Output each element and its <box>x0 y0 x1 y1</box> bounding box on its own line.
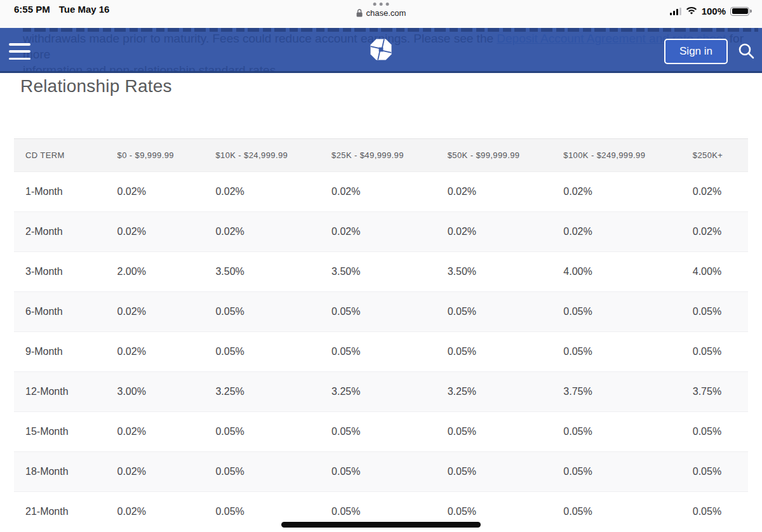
rate-cell: 0.02% <box>436 172 552 212</box>
table-row: 15-Month0.02%0.05%0.05%0.05%0.05%0.05% <box>14 412 748 452</box>
rate-cell: 0.02% <box>106 332 204 372</box>
clipped-text-strip <box>23 28 758 32</box>
table-row: 3-Month2.00%3.50%3.50%3.50%4.00%4.00% <box>14 252 748 292</box>
rate-cell: 0.05% <box>204 332 320 372</box>
rate-cell: 0.05% <box>320 452 436 492</box>
disclaimer-pre: withdrawals made prior to maturity. Fees… <box>23 32 497 45</box>
rate-cell: 3.50% <box>436 252 552 292</box>
rate-cell: 3.25% <box>436 372 552 412</box>
col-header-tier: $25K - $49,999.99 <box>320 139 436 172</box>
rate-cell: 0.05% <box>436 452 552 492</box>
rate-cell: 0.05% <box>436 332 552 372</box>
rate-cell: 0.05% <box>320 332 436 372</box>
rate-cell: 0.05% <box>681 492 748 532</box>
table-row: 6-Month0.02%0.05%0.05%0.05%0.05%0.05% <box>14 292 748 332</box>
rates-table-section: CD TERM$0 - $9,999.99$10K - $24,999.99$2… <box>14 138 748 532</box>
rate-cell: 0.05% <box>436 292 552 332</box>
rate-cell: 0.02% <box>106 412 204 452</box>
rate-cell: 0.05% <box>204 412 320 452</box>
address-bar[interactable]: chase.com <box>356 8 406 18</box>
rate-cell: 0.02% <box>106 292 204 332</box>
hamburger-menu-icon[interactable] <box>9 43 30 60</box>
rate-cell: 0.05% <box>552 452 681 492</box>
rate-cell: 0.02% <box>320 212 436 252</box>
table-header-row: CD TERM$0 - $9,999.99$10K - $24,999.99$2… <box>14 139 748 172</box>
rate-cell: 0.05% <box>436 412 552 452</box>
rate-cell: 0.05% <box>681 332 748 372</box>
cd-term-cell: 18-Month <box>14 452 106 492</box>
rate-cell: 0.05% <box>681 452 748 492</box>
cd-term-cell: 1-Month <box>14 172 106 212</box>
rate-cell: 0.02% <box>552 172 681 212</box>
disclaimer-line2: information and non-relationship standar… <box>23 63 279 73</box>
rate-cell: 3.50% <box>204 252 320 292</box>
col-header-tier: $10K - $24,999.99 <box>204 139 320 172</box>
rate-cell: 0.02% <box>681 172 748 212</box>
rate-cell: 3.75% <box>552 372 681 412</box>
home-indicator[interactable] <box>281 522 481 528</box>
lock-icon <box>356 9 363 17</box>
table-row: 9-Month0.02%0.05%0.05%0.05%0.05%0.05% <box>14 332 748 372</box>
sign-in-button[interactable]: Sign in <box>664 39 728 64</box>
rate-cell: 3.25% <box>320 372 436 412</box>
rate-cell: 2.00% <box>106 252 204 292</box>
status-date: Tue May 16 <box>59 4 110 15</box>
search-icon[interactable] <box>737 42 756 61</box>
rate-cell: 0.05% <box>552 412 681 452</box>
site-header: withdrawals made prior to maturity. Fees… <box>0 28 762 73</box>
rate-cell: 3.50% <box>320 252 436 292</box>
rate-cell: 3.75% <box>681 372 748 412</box>
rate-cell: 0.05% <box>552 332 681 372</box>
rate-cell: 0.02% <box>106 172 204 212</box>
rate-cell: 0.05% <box>681 412 748 452</box>
rate-cell: 0.05% <box>320 412 436 452</box>
rate-cell: 3.00% <box>106 372 204 412</box>
rate-cell: 0.05% <box>552 492 681 532</box>
rate-cell: 0.05% <box>204 292 320 332</box>
cd-term-cell: 2-Month <box>14 212 106 252</box>
page-title: Relationship Rates <box>20 77 762 96</box>
rate-cell: 0.02% <box>106 212 204 252</box>
rate-cell: 3.25% <box>204 372 320 412</box>
cd-term-cell: 9-Month <box>14 332 106 372</box>
col-header-tier: $250K+ <box>681 139 748 172</box>
rate-cell: 0.05% <box>204 452 320 492</box>
rate-cell: 0.02% <box>436 212 552 252</box>
cellular-signal-icon <box>670 8 681 15</box>
col-header-cd-term: CD TERM <box>14 139 106 172</box>
col-header-tier: $100K - $249,999.99 <box>552 139 681 172</box>
relationship-rates-table: CD TERM$0 - $9,999.99$10K - $24,999.99$2… <box>14 138 748 532</box>
table-row: 18-Month0.02%0.05%0.05%0.05%0.05%0.05% <box>14 452 748 492</box>
status-bar: 6:55 PM Tue May 16 chase.com 100% <box>0 0 762 28</box>
status-time-date: 6:55 PM Tue May 16 <box>14 3 109 15</box>
cd-term-cell: 6-Month <box>14 292 106 332</box>
col-header-tier: $0 - $9,999.99 <box>106 139 204 172</box>
rate-cell: 0.05% <box>320 292 436 332</box>
window-dots-icon[interactable] <box>356 3 406 6</box>
rate-cell: 0.05% <box>552 292 681 332</box>
col-header-tier: $50K - $99,999.99 <box>436 139 552 172</box>
battery-percent: 100% <box>702 6 726 17</box>
battery-icon <box>730 7 749 16</box>
rate-cell: 0.05% <box>681 292 748 332</box>
rate-cell: 0.02% <box>320 172 436 212</box>
rate-cell: 0.02% <box>681 212 748 252</box>
status-time: 6:55 PM <box>14 4 50 15</box>
rate-cell: 0.02% <box>106 492 204 532</box>
cd-term-cell: 15-Month <box>14 412 106 452</box>
table-row: 1-Month0.02%0.02%0.02%0.02%0.02%0.02% <box>14 172 748 212</box>
table-row: 2-Month0.02%0.02%0.02%0.02%0.02%0.02% <box>14 212 748 252</box>
cd-term-cell: 21-Month <box>14 492 106 532</box>
chase-logo-icon[interactable] <box>370 38 392 61</box>
wifi-icon <box>686 7 697 15</box>
rate-cell: 4.00% <box>681 252 748 292</box>
cd-term-cell: 3-Month <box>14 252 106 292</box>
cd-term-cell: 12-Month <box>14 372 106 412</box>
table-row: 12-Month3.00%3.25%3.25%3.25%3.75%3.75% <box>14 372 748 412</box>
rate-cell: 0.02% <box>204 212 320 252</box>
rate-cell: 0.02% <box>106 452 204 492</box>
rate-cell: 0.02% <box>552 212 681 252</box>
address-domain: chase.com <box>366 8 406 18</box>
rate-cell: 4.00% <box>552 252 681 292</box>
rate-cell: 0.02% <box>204 172 320 212</box>
